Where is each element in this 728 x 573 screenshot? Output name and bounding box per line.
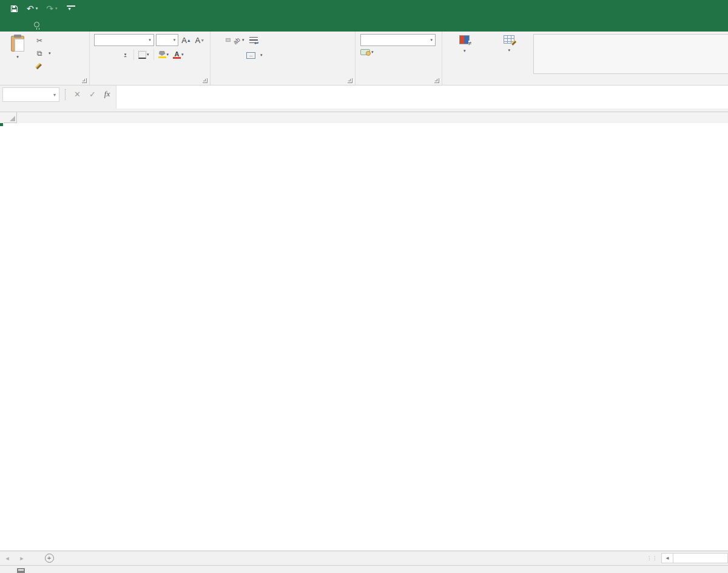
hscroll-track[interactable]	[673, 553, 728, 563]
chevron-down-icon: ▾	[428, 38, 435, 42]
group-clipboard: ▾ ✂ ⧉▾	[0, 32, 90, 85]
chevron-down-icon: ▾	[181, 52, 184, 57]
underline-button[interactable]: ▾	[120, 49, 130, 61]
decrease-indent-button[interactable]	[232, 53, 237, 57]
chevron-down-icon: ▾	[55, 6, 58, 11]
enter-button[interactable]: ✓	[89, 90, 96, 99]
copy-icon: ⧉	[35, 49, 44, 58]
borders-icon	[138, 51, 146, 59]
ribbon-tab-bar	[0, 17, 728, 32]
align-bottom-button[interactable]	[226, 38, 231, 42]
undo-icon: ↶	[27, 4, 34, 13]
sheet-nav-right-icon[interactable]: ►	[15, 551, 29, 565]
copy-button[interactable]: ⧉▾	[33, 48, 53, 59]
dialog-launcher-icon[interactable]	[434, 78, 439, 83]
dialog-launcher-icon[interactable]	[348, 78, 352, 83]
font-family-select[interactable]: ▾	[94, 34, 154, 46]
hscroll-left-button[interactable]: ◄	[661, 553, 673, 563]
undo-button[interactable]: ↶▾	[24, 2, 41, 15]
chevron-down-icon: ▾	[147, 52, 149, 57]
tab-dosya[interactable]	[5, 17, 25, 32]
clipboard-icon	[11, 36, 24, 52]
formula-bar-divider	[65, 89, 69, 100]
status-bar	[0, 565, 728, 573]
tell-me-box[interactable]	[34, 17, 43, 32]
chevron-down-icon: ▾	[167, 52, 169, 57]
quick-access-toolbar: ↶▾ ↷▾	[0, 2, 75, 15]
dialog-launcher-icon[interactable]	[203, 78, 207, 83]
title-bar: ↶▾ ↷▾	[0, 0, 728, 17]
chevron-down-icon: ▾	[146, 38, 153, 42]
orientation-icon: ab	[232, 35, 243, 45]
group-style-gallery	[531, 32, 728, 85]
bold-button[interactable]	[94, 49, 105, 61]
increase-indent-button[interactable]	[238, 53, 243, 57]
fill-color-button[interactable]: ▾	[157, 49, 170, 61]
select-all-corner[interactable]	[0, 112, 17, 123]
insert-function-button[interactable]: fx	[104, 89, 110, 99]
spreadsheet-grid	[0, 112, 728, 551]
excel-window: ↶▾ ↷▾ ▾ ✂ ⧉▾	[0, 0, 728, 573]
accounting-icon	[360, 49, 370, 55]
sheet-nav-left-icon[interactable]: ◄	[0, 551, 15, 565]
redo-button[interactable]: ↷▾	[43, 2, 60, 15]
customize-qat-button[interactable]	[67, 5, 75, 12]
fill-color-icon	[158, 51, 166, 58]
selection-box	[0, 123, 2, 126]
font-color-icon: A	[173, 51, 181, 59]
dialog-launcher-icon[interactable]	[82, 78, 87, 83]
wrap-text-button[interactable]	[247, 34, 263, 46]
format-as-table-button[interactable]: ▾	[489, 34, 530, 75]
orientation-button[interactable]: ab▾	[232, 34, 246, 46]
conditional-formatting-button[interactable]: ▾	[444, 34, 485, 75]
increase-font-button[interactable]: A▲	[180, 34, 192, 46]
chevron-down-icon: ▾	[53, 92, 59, 98]
chevron-down-icon: ▾	[16, 55, 19, 59]
paste-button[interactable]: ▾	[2, 34, 33, 75]
cancel-button[interactable]: ✕	[74, 90, 81, 99]
chevron-down-icon: ▾	[371, 50, 374, 55]
align-left-button[interactable]	[214, 53, 218, 57]
cut-button[interactable]: ✂	[33, 35, 53, 46]
column-headers	[0, 112, 728, 123]
chevron-down-icon: ▾	[49, 51, 51, 56]
conditional-formatting-icon	[459, 35, 470, 44]
chevron-down-icon: ▾	[260, 53, 263, 58]
font-size-select[interactable]: ▾	[156, 34, 179, 46]
group-font: ▾ ▾ A▲ A▼ ▾ ▾ ▾ A▾	[90, 32, 211, 85]
group-number: ▾ ▾	[356, 32, 442, 85]
style-gallery	[533, 34, 728, 74]
align-right-button[interactable]	[226, 53, 231, 57]
scissors-icon: ✂	[35, 36, 44, 45]
align-top-button[interactable]	[214, 38, 218, 42]
fat-label-2: ▾	[508, 45, 510, 54]
save-button[interactable]	[7, 2, 21, 15]
sheet-tab-bar: ◄ ► + ⋮⋮ ◄	[0, 551, 728, 565]
borders-button[interactable]: ▾	[137, 49, 150, 61]
ribbon: ▾ ✂ ⧉▾ ▾ ▾ A▲ A▼	[0, 32, 728, 85]
decrease-font-button[interactable]: A▼	[194, 34, 206, 46]
plus-icon: +	[45, 554, 54, 563]
merge-center-button[interactable]: ↔▾	[244, 49, 265, 61]
format-painter-button[interactable]	[33, 61, 53, 72]
redo-icon: ↷	[46, 4, 53, 13]
format-painter-icon	[35, 63, 42, 70]
font-color-button[interactable]: A▾	[172, 49, 185, 61]
chevron-down-icon: ▾	[124, 52, 127, 57]
chevron-down-icon: ▾	[36, 6, 38, 11]
italic-button[interactable]	[107, 49, 118, 61]
name-box[interactable]: ▾	[2, 87, 59, 102]
formula-input[interactable]	[116, 85, 728, 109]
number-format-select[interactable]: ▾	[360, 34, 436, 46]
align-middle-button[interactable]	[220, 38, 224, 42]
format-as-table-icon	[504, 35, 514, 44]
splitter-dots-icon[interactable]: ⋮⋮	[647, 557, 658, 560]
merge-center-icon: ↔	[246, 52, 255, 59]
accounting-format-button[interactable]: ▾	[360, 49, 374, 55]
group-alignment: ab▾ ↔▾	[211, 32, 356, 85]
cf-label-2: ▾	[463, 46, 466, 55]
macro-record-icon[interactable]	[17, 568, 25, 573]
save-icon	[10, 5, 18, 13]
align-center-button[interactable]	[220, 53, 224, 57]
new-sheet-button[interactable]: +	[40, 551, 58, 565]
